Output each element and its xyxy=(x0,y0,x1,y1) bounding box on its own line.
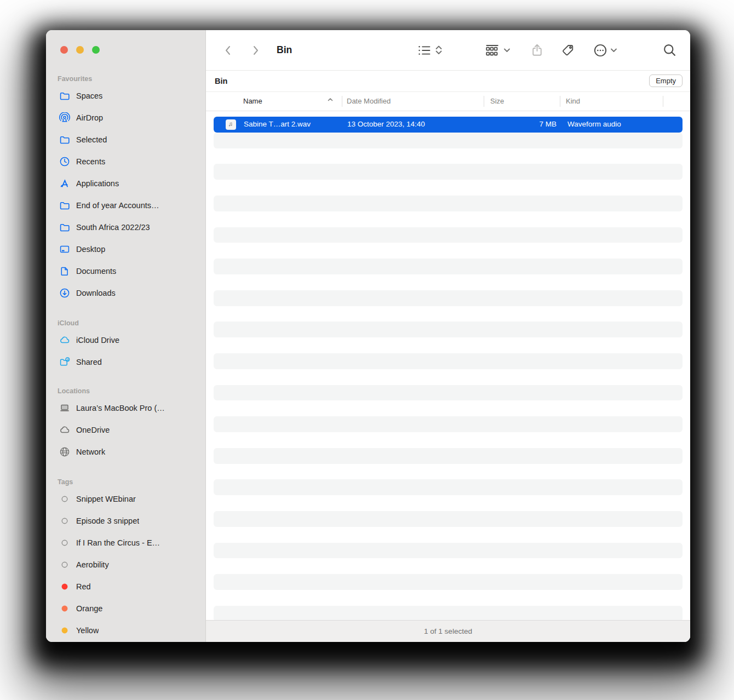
empty-row xyxy=(214,400,683,416)
empty-row xyxy=(214,306,683,322)
empty-row xyxy=(214,180,683,196)
empty-row xyxy=(214,511,683,527)
file-list: Sabine T…art 2.wav 13 October 2023, 14:4… xyxy=(206,111,690,620)
cloud-icon xyxy=(59,335,70,346)
sidebar-section-icloud: iCloud xyxy=(46,318,205,329)
cloud-icon xyxy=(59,424,70,436)
empty-row xyxy=(214,133,683,148)
sidebar-tag-if-i-ran-the-circus[interactable]: If I Ran the Circus - E… xyxy=(46,532,205,554)
folder-icon xyxy=(59,222,70,233)
chevron-down-icon xyxy=(503,47,511,53)
status-bar: 1 of 1 selected xyxy=(206,620,690,642)
search-icon xyxy=(663,43,676,57)
share-button[interactable] xyxy=(530,30,544,70)
list-view-icon xyxy=(418,45,431,56)
audio-file-icon xyxy=(226,119,236,130)
empty-row xyxy=(214,448,683,464)
column-divider[interactable] xyxy=(560,96,560,107)
sidebar-item-desktop[interactable]: Desktop xyxy=(46,238,205,260)
column-header-date-modified[interactable]: Date Modified xyxy=(347,92,391,111)
sidebar-tag-yellow[interactable]: Yellow xyxy=(46,619,205,641)
sidebar-item-applications[interactable]: Applications xyxy=(46,173,205,194)
sidebar-item-icloud-drive[interactable]: iCloud Drive xyxy=(46,329,205,351)
empty-row xyxy=(214,164,683,180)
sidebar-tag-aerobility[interactable]: Aerobility xyxy=(46,554,205,576)
sidebar-tag-orange[interactable]: Orange xyxy=(46,598,205,619)
sidebar: Favourites Spaces AirDrop Selected Recen… xyxy=(46,30,206,642)
file-kind: Waveform audio xyxy=(567,117,621,133)
group-button[interactable] xyxy=(485,30,511,70)
sidebar-item-macbook-pro[interactable]: Laura’s MacBook Pro (… xyxy=(46,397,205,419)
sidebar-section-favourites: Favourites xyxy=(46,74,205,85)
sidebar-item-documents[interactable]: Documents xyxy=(46,260,205,282)
sidebar-item-spaces[interactable]: Spaces xyxy=(46,85,205,107)
empty-row xyxy=(214,385,683,401)
folder-icon xyxy=(59,200,70,211)
empty-row xyxy=(214,227,683,243)
folder-icon xyxy=(59,90,70,102)
tag-circle-icon xyxy=(59,581,70,593)
search-button[interactable] xyxy=(663,30,676,70)
empty-row xyxy=(214,527,683,543)
folder-icon xyxy=(59,134,70,146)
back-button[interactable] xyxy=(222,30,234,70)
laptop-icon xyxy=(59,403,70,414)
sidebar-item-onedrive[interactable]: OneDrive xyxy=(46,419,205,441)
empty-row xyxy=(214,543,683,559)
column-header-kind[interactable]: Kind xyxy=(566,92,580,111)
more-icon xyxy=(593,43,607,58)
sort-ascending-icon xyxy=(328,97,333,101)
empty-row xyxy=(214,243,683,259)
sidebar-tag-snippet-webinar[interactable]: Snippet WEbinar xyxy=(46,488,205,510)
tag-circle-icon xyxy=(59,537,70,549)
empty-row xyxy=(214,259,683,274)
forward-button[interactable] xyxy=(250,30,262,70)
column-header-name[interactable]: Name xyxy=(243,92,262,111)
sidebar-item-network[interactable]: Network xyxy=(46,441,205,463)
sidebar-item-downloads[interactable]: Downloads xyxy=(46,282,205,304)
column-header-size[interactable]: Size xyxy=(490,92,504,111)
share-icon xyxy=(530,43,544,57)
empty-row xyxy=(214,590,683,606)
sidebar-item-recents[interactable]: Recents xyxy=(46,151,205,173)
download-icon xyxy=(59,288,70,299)
empty-row xyxy=(214,558,683,574)
sidebar-tag-red[interactable]: Red xyxy=(46,576,205,598)
path-bar: Bin Empty xyxy=(206,71,690,92)
zoom-button[interactable] xyxy=(92,46,100,54)
column-divider[interactable] xyxy=(342,96,342,107)
empty-row xyxy=(214,416,683,432)
file-row-selected[interactable]: Sabine T…art 2.wav 13 October 2023, 14:4… xyxy=(214,117,683,133)
view-mode-button[interactable] xyxy=(418,30,443,70)
empty-row xyxy=(214,369,683,385)
globe-icon xyxy=(59,446,70,458)
sidebar-section-locations: Locations xyxy=(46,386,205,397)
sidebar-item-end-of-year-accounts[interactable]: End of year Accounts… xyxy=(46,194,205,216)
chevron-down-icon xyxy=(610,47,617,53)
sidebar-item-airdrop[interactable]: AirDrop xyxy=(46,107,205,129)
group-icon xyxy=(485,44,499,56)
empty-bin-button[interactable]: Empty xyxy=(649,74,683,87)
empty-row xyxy=(214,479,683,495)
empty-row xyxy=(214,495,683,511)
column-divider[interactable] xyxy=(484,96,484,107)
empty-row xyxy=(214,353,683,369)
current-location-label: Bin xyxy=(215,77,227,85)
close-button[interactable] xyxy=(60,46,68,54)
window-title: Bin xyxy=(277,30,292,70)
content-area: Bin Bin xyxy=(206,30,690,642)
sidebar-item-south-africa[interactable]: South Africa 2022/23 xyxy=(46,216,205,238)
tag-icon xyxy=(561,43,575,57)
column-divider[interactable] xyxy=(663,96,663,107)
tag-button[interactable] xyxy=(561,30,575,70)
empty-row xyxy=(214,274,683,290)
empty-row xyxy=(214,574,683,590)
more-actions-button[interactable] xyxy=(593,30,617,70)
sidebar-tag-episode-3-snippet[interactable]: Episode 3 snippet xyxy=(46,510,205,532)
document-icon xyxy=(59,266,70,277)
minimize-button[interactable] xyxy=(76,46,84,54)
sidebar-item-selected[interactable]: Selected xyxy=(46,129,205,151)
file-date-modified: 13 October 2023, 14:40 xyxy=(347,117,425,133)
sidebar-item-shared[interactable]: Shared xyxy=(46,351,205,373)
tag-circle-icon xyxy=(59,515,70,527)
